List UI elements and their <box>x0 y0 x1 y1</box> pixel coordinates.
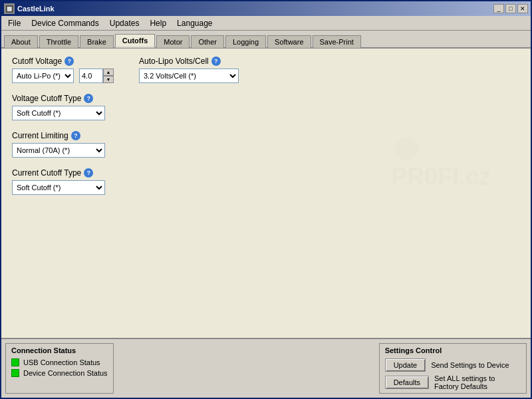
menu-help[interactable]: Help <box>144 16 172 30</box>
app-icon: 🔲 <box>4 3 15 14</box>
defaults-row: Defaults Set ALL settings to Factory Def… <box>385 374 521 390</box>
cutoff-voltage-label: Cutoff Voltage ? <box>12 57 114 66</box>
tab-brake[interactable]: Brake <box>80 35 114 48</box>
window-title: CastleLink <box>17 5 493 13</box>
connection-status-panel: Connection Status USB Connection Status … <box>5 343 114 394</box>
minimize-button[interactable]: _ <box>493 4 504 13</box>
spacer <box>118 339 379 398</box>
defaults-desc: Set ALL settings to Factory Defaults <box>434 374 521 390</box>
usb-status-item: USB Connection Status <box>11 358 108 366</box>
update-desc: Send Settings to Device <box>431 361 509 369</box>
device-status-indicator <box>11 369 19 377</box>
main-window: 🔲 CastleLink _ □ ✕ File Device Commands … <box>0 0 532 399</box>
usb-status-indicator <box>11 358 19 366</box>
device-status-label: Device Connection Status <box>23 369 108 377</box>
tab-logging[interactable]: Logging <box>225 35 266 48</box>
menu-device-commands[interactable]: Device Commands <box>26 16 104 30</box>
tab-cutoffs[interactable]: Cutoffs <box>115 34 156 48</box>
current-limiting-help-icon[interactable]: ? <box>71 131 80 140</box>
usb-status-label: USB Connection Status <box>23 358 100 366</box>
update-row: Update Send Settings to Device <box>385 358 521 372</box>
tab-about[interactable]: About <box>4 35 38 48</box>
cutoff-voltage-section: Cutoff Voltage ? Auto Li-Po (*) Manual D… <box>12 57 114 83</box>
maximize-button[interactable]: □ <box>505 4 516 13</box>
cutoff-voltage-input[interactable]: 4.0 <box>79 68 103 83</box>
voltage-cutoff-type-label: Voltage Cutoff Type ? <box>12 94 520 103</box>
current-cutoff-type-select[interactable]: Soft Cutoff (*) Hard Cutoff <box>12 180 105 195</box>
spinner-buttons: ▲ ▼ <box>103 68 114 83</box>
tab-bar: About Throttle Brake Cutoffs Motor Other… <box>1 31 531 49</box>
cutoff-voltage-controls: Auto Li-Po (*) Manual Disabled 4.0 ▲ ▼ <box>12 68 114 83</box>
current-limiting-select[interactable]: Normal (70A) (*) High (80A) Very High (9… <box>12 143 105 158</box>
cutoff-voltage-spinner: 4.0 ▲ ▼ <box>79 68 114 83</box>
cutoff-voltage-help-icon[interactable]: ? <box>65 57 74 66</box>
form-row-top: Cutoff Voltage ? Auto Li-Po (*) Manual D… <box>12 57 520 83</box>
connection-status-title: Connection Status <box>11 346 108 354</box>
content-area: About Throttle Brake Cutoffs Motor Other… <box>1 31 531 398</box>
title-bar-buttons: _ □ ✕ <box>493 4 528 13</box>
tab-save-print[interactable]: Save-Print <box>313 35 361 48</box>
tab-throttle[interactable]: Throttle <box>39 35 78 48</box>
current-limiting-label: Current Limiting ? <box>12 131 520 140</box>
auto-lipo-label: Auto-Lipo Volts/Cell ? <box>139 57 239 66</box>
tab-other[interactable]: Other <box>191 35 224 48</box>
device-status-item: Device Connection Status <box>11 369 108 377</box>
current-limiting-group: Current Limiting ? Normal (70A) (*) High… <box>12 131 520 158</box>
cutoff-voltage-group: Cutoff Voltage ? Auto Li-Po (*) Manual D… <box>12 57 520 83</box>
close-button[interactable]: ✕ <box>517 4 528 13</box>
tab-software[interactable]: Software <box>267 35 311 48</box>
menu-file[interactable]: File <box>3 16 26 30</box>
current-cutoff-type-group: Current Cutoff Type ? Soft Cutoff (*) Ha… <box>12 168 520 195</box>
current-cutoff-type-help-icon[interactable]: ? <box>84 168 93 178</box>
update-button[interactable]: Update <box>385 358 426 372</box>
tab-motor[interactable]: Motor <box>156 35 190 48</box>
spinner-down-button[interactable]: ▼ <box>103 76 114 83</box>
auto-lipo-select[interactable]: 3.2 Volts/Cell (*) 3.0 Volts/Cell 2.8 Vo… <box>139 68 239 83</box>
voltage-cutoff-type-select[interactable]: Soft Cutoff (*) Hard Cutoff <box>12 106 105 120</box>
spinner-up-button[interactable]: ▲ <box>103 68 114 76</box>
menu-updates[interactable]: Updates <box>104 16 145 30</box>
menu-bar: File Device Commands Updates Help Langua… <box>1 16 531 31</box>
main-content: ● PR0FI.cz Cutoff Voltage ? Auto Li-Po (… <box>1 49 531 338</box>
auto-lipo-section: Auto-Lipo Volts/Cell ? 3.2 Volts/Cell (*… <box>139 57 239 83</box>
voltage-cutoff-type-help-icon[interactable]: ? <box>84 94 93 103</box>
bottom-bar: Connection Status USB Connection Status … <box>1 338 531 398</box>
auto-lipo-help-icon[interactable]: ? <box>211 57 221 66</box>
settings-control-title: Settings Control <box>385 346 521 354</box>
settings-control-panel: Settings Control Update Send Settings to… <box>379 343 527 394</box>
title-bar: 🔲 CastleLink _ □ ✕ <box>1 1 531 16</box>
menu-language[interactable]: Language <box>172 16 217 30</box>
cutoff-voltage-select[interactable]: Auto Li-Po (*) Manual Disabled <box>12 68 74 83</box>
current-cutoff-type-label: Current Cutoff Type ? <box>12 168 520 178</box>
voltage-cutoff-type-group: Voltage Cutoff Type ? Soft Cutoff (*) Ha… <box>12 94 520 120</box>
defaults-button[interactable]: Defaults <box>385 376 429 389</box>
